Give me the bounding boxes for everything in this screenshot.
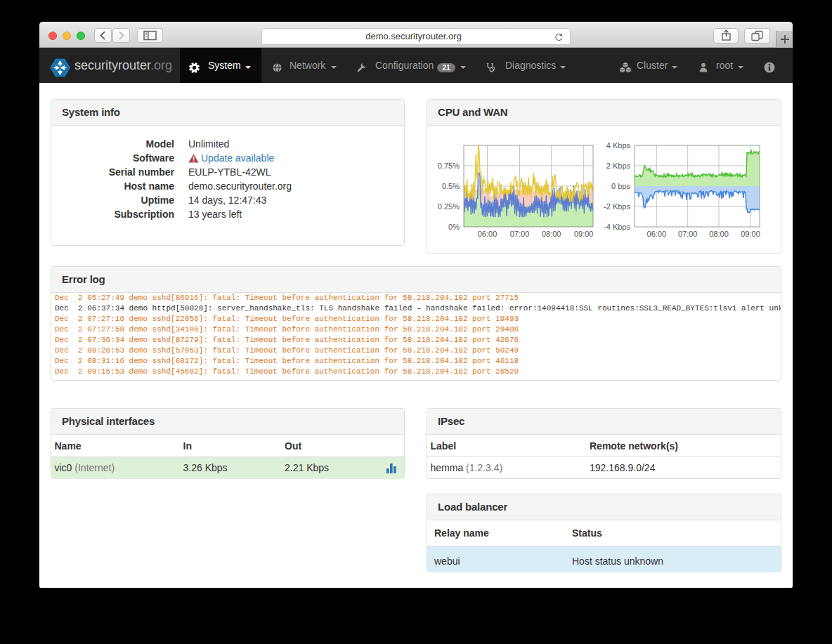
svg-text:06:00: 06:00 [647, 230, 667, 238]
svg-text:0%: 0% [448, 223, 460, 231]
svg-text:08:00: 08:00 [542, 230, 561, 238]
svg-text:0 bps: 0 bps [611, 182, 630, 190]
svg-text:4 Kbps: 4 Kbps [606, 141, 631, 150]
svg-text:0.75%: 0.75% [438, 162, 460, 170]
svg-text:0.5%: 0.5% [442, 182, 460, 190]
svg-text:06:00: 06:00 [478, 230, 498, 238]
svg-text:09:00: 09:00 [741, 230, 760, 238]
svg-text:-4 Kbps: -4 Kbps [604, 223, 630, 231]
svg-text:08:00: 08:00 [709, 230, 729, 238]
svg-text:2 Kbps: 2 Kbps [606, 162, 631, 170]
svg-text:09:00: 09:00 [574, 230, 594, 238]
svg-text:07:00: 07:00 [510, 230, 530, 238]
svg-text:-2 Kbps: -2 Kbps [604, 202, 630, 211]
svg-text:07:00: 07:00 [678, 230, 698, 238]
svg-text:0.25%: 0.25% [438, 202, 460, 211]
